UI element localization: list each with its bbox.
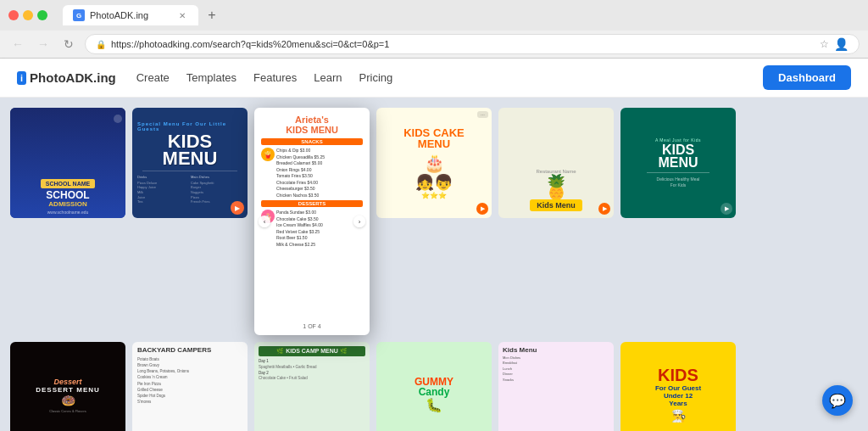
- card-school-admission[interactable]: SCHOOL NAME SCHOOL ADMISSION www.schooln…: [10, 108, 125, 218]
- card-kids-cake-menu[interactable]: KIDS CAKE MENU 🎂 👧👦 ⭐⭐⭐ ··· ▶: [376, 108, 492, 218]
- card-arieta-featured[interactable]: Arieta's KIDS MENU SNACKS 🍟 Chips & Dip …: [254, 108, 370, 335]
- close-button[interactable]: [8, 10, 19, 20]
- card-backyard-campers[interactable]: BACKYARD CAMPERS Potato BoatsBrown Gravy…: [132, 342, 248, 431]
- logo-text: PhotoADK.ing: [30, 70, 116, 85]
- new-tab-button[interactable]: +: [202, 5, 222, 25]
- lock-icon: 🔒: [96, 40, 106, 49]
- traffic-lights: [8, 10, 47, 20]
- url-text: https://photoadking.com/search?q=kids%20…: [111, 39, 815, 49]
- nav-pricing[interactable]: Pricing: [359, 68, 393, 87]
- dashboard-button[interactable]: Dashboard: [763, 65, 851, 90]
- card-teal-kids-menu[interactable]: A Meal Just for Kids KIDSMENU Delicious …: [620, 108, 736, 218]
- card-gummy-candy[interactable]: GUMMY Candy 🐛 ▶: [376, 342, 492, 431]
- card-kids-menu-pink[interactable]: Kids Menu Mon Dishes Breakfast Lunch Din…: [498, 342, 614, 431]
- card-dessert[interactable]: Dessert DESSERT MENU 🍩 Classic Cones & F…: [10, 342, 125, 431]
- logo-icon: i: [17, 71, 26, 85]
- prev-arrow[interactable]: ‹: [259, 216, 270, 227]
- tab-bar: G PhotoADK.ing ✕ +: [54, 5, 231, 25]
- card-yellow-kids[interactable]: KIDS For Our GuestUnder 12Years 👨‍🍳 ▶: [620, 342, 736, 431]
- nav-learn[interactable]: Learn: [314, 68, 342, 87]
- tab-close-icon[interactable]: ✕: [176, 9, 188, 21]
- titlebar: G PhotoADK.ing ✕ +: [0, 0, 868, 31]
- app-logo[interactable]: i PhotoADK.ing: [17, 70, 116, 85]
- active-tab[interactable]: G PhotoADK.ing ✕: [63, 5, 198, 25]
- chat-bubble[interactable]: 💬: [822, 385, 853, 416]
- nav-links: Create Templates Features Learn Pricing: [136, 68, 763, 87]
- template-grid-row2: Dessert DESSERT MENU 🍩 Classic Cones & F…: [10, 342, 858, 431]
- maximize-button[interactable]: [37, 10, 47, 20]
- nav-create[interactable]: Create: [136, 68, 170, 87]
- browser-chrome: G PhotoADK.ing ✕ + ← → ↻ 🔒 https://photo…: [0, 0, 868, 59]
- card-kids-camp-menu[interactable]: 🌿 KIDS CAMP MENU 🌿 Day 1 Spaghetti Meatb…: [254, 342, 370, 431]
- refresh-button[interactable]: ↻: [59, 35, 78, 53]
- forward-button[interactable]: →: [34, 35, 53, 53]
- minimize-button[interactable]: [23, 10, 33, 20]
- tab-title: PhotoADK.ing: [90, 10, 148, 20]
- address-bar-row: ← → ↻ 🔒 https://photoadking.com/search?q…: [0, 31, 868, 58]
- nav-templates[interactable]: Templates: [186, 68, 236, 87]
- card-pineapple-menu[interactable]: Restaurant Name 🍍 Kids Menu ▶: [498, 108, 614, 218]
- bookmark-icon[interactable]: ☆: [820, 38, 829, 50]
- next-arrow[interactable]: ›: [353, 216, 365, 227]
- main-content: SCHOOL NAME SCHOOL ADMISSION www.schooln…: [0, 98, 868, 431]
- back-button[interactable]: ←: [8, 35, 27, 53]
- nav-features[interactable]: Features: [253, 68, 297, 87]
- address-bar[interactable]: 🔒 https://photoadking.com/search?q=kids%…: [85, 34, 860, 54]
- card-kids-menu-blue[interactable]: Special Menu For Our Little Guests KIDSM…: [132, 108, 248, 218]
- profile-icon[interactable]: 👤: [834, 37, 849, 51]
- tab-favicon: G: [73, 9, 85, 21]
- template-grid: SCHOOL NAME SCHOOL ADMISSION www.schooln…: [10, 108, 858, 335]
- app-nav: i PhotoADK.ing Create Templates Features…: [0, 59, 868, 98]
